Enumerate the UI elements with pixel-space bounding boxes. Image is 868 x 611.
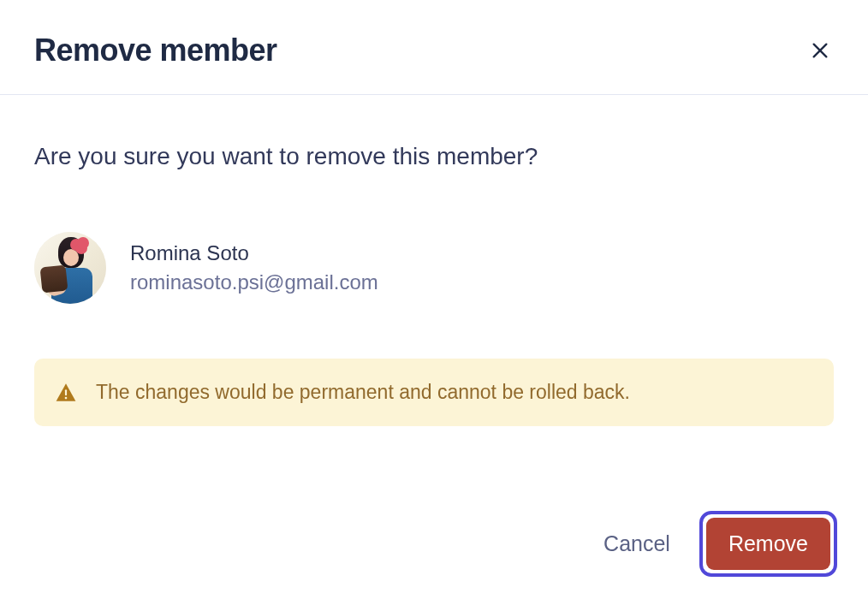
- warning-text: The changes would be permanent and canno…: [96, 381, 630, 404]
- member-row: Romina Soto rominasoto.psi@gmail.com: [34, 232, 834, 304]
- dialog-body: Are you sure you want to remove this mem…: [0, 95, 868, 487]
- remove-member-dialog: Remove member Are you sure you want to r…: [0, 0, 868, 611]
- cancel-button[interactable]: Cancel: [598, 523, 675, 565]
- avatar: [34, 232, 106, 304]
- remove-button-focus-ring: Remove: [699, 511, 837, 577]
- close-icon: [811, 41, 829, 60]
- dialog-title: Remove member: [34, 33, 277, 68]
- dialog-header: Remove member: [0, 0, 868, 95]
- remove-button[interactable]: Remove: [706, 518, 830, 570]
- member-email: rominasoto.psi@gmail.com: [130, 270, 378, 294]
- confirm-text: Are you sure you want to remove this mem…: [34, 143, 834, 170]
- member-info: Romina Soto rominasoto.psi@gmail.com: [130, 241, 378, 294]
- member-name: Romina Soto: [130, 241, 378, 265]
- dialog-footer: Cancel Remove: [0, 487, 868, 611]
- svg-rect-2: [65, 389, 67, 395]
- close-button[interactable]: [806, 37, 834, 64]
- warning-alert: The changes would be permanent and canno…: [34, 359, 834, 426]
- svg-point-3: [65, 396, 68, 399]
- warning-icon: [55, 382, 77, 404]
